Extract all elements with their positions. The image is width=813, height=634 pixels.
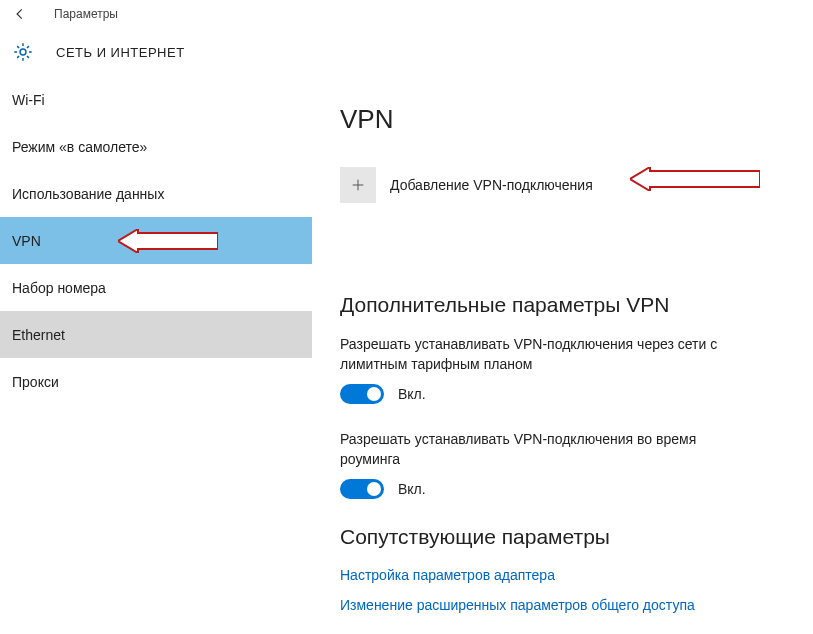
svg-point-0 (20, 49, 26, 55)
link-sharing-settings[interactable]: Изменение расширенных параметров общего … (340, 597, 785, 613)
sidebar-item-vpn[interactable]: VPN (0, 217, 312, 264)
toggle-roaming[interactable] (340, 479, 384, 499)
toggle-roaming-state: Вкл. (398, 481, 426, 497)
sidebar-item-label: Режим «в самолете» (12, 139, 147, 155)
sidebar-item-dialup[interactable]: Набор номера (0, 264, 312, 311)
sidebar-item-wifi[interactable]: Wi-Fi (0, 76, 312, 123)
sidebar-item-label: Набор номера (12, 280, 106, 296)
annotation-arrow-icon (630, 167, 760, 191)
sidebar-item-ethernet[interactable]: Ethernet (0, 311, 312, 358)
page-title: VPN (340, 104, 785, 135)
sidebar: Wi-Fi Режим «в самолете» Использование д… (0, 76, 312, 634)
window-title: Параметры (54, 7, 118, 21)
sidebar-item-data-usage[interactable]: Использование данных (0, 170, 312, 217)
advanced-section-title: Дополнительные параметры VPN (340, 293, 785, 317)
settings-gear-icon (10, 39, 36, 65)
sidebar-item-label: VPN (12, 233, 41, 249)
sidebar-item-airplane[interactable]: Режим «в самолете» (0, 123, 312, 170)
sidebar-item-label: Wi-Fi (12, 92, 45, 108)
header-title: СЕТЬ И ИНТЕРНЕТ (56, 45, 185, 60)
related-section-title: Сопутствующие параметры (340, 525, 785, 549)
toggle-metered-desc: Разрешать устанавливать VPN-подключения … (340, 335, 760, 374)
annotation-arrow-icon (118, 229, 218, 253)
toggle-roaming-desc: Разрешать устанавливать VPN-подключения … (340, 430, 760, 469)
sidebar-item-label: Использование данных (12, 186, 164, 202)
sidebar-item-label: Ethernet (12, 327, 65, 343)
back-button[interactable] (8, 2, 32, 26)
sidebar-item-label: Прокси (12, 374, 59, 390)
add-vpn-label: Добавление VPN-подключения (390, 177, 593, 193)
toggle-metered-state: Вкл. (398, 386, 426, 402)
main-content: VPN Добавление VPN-подключения Дополните… (312, 76, 813, 634)
sidebar-item-proxy[interactable]: Прокси (0, 358, 312, 405)
toggle-metered[interactable] (340, 384, 384, 404)
plus-icon (340, 167, 376, 203)
add-vpn-button[interactable]: Добавление VPN-подключения (340, 167, 785, 203)
link-adapter-settings[interactable]: Настройка параметров адаптера (340, 567, 785, 583)
